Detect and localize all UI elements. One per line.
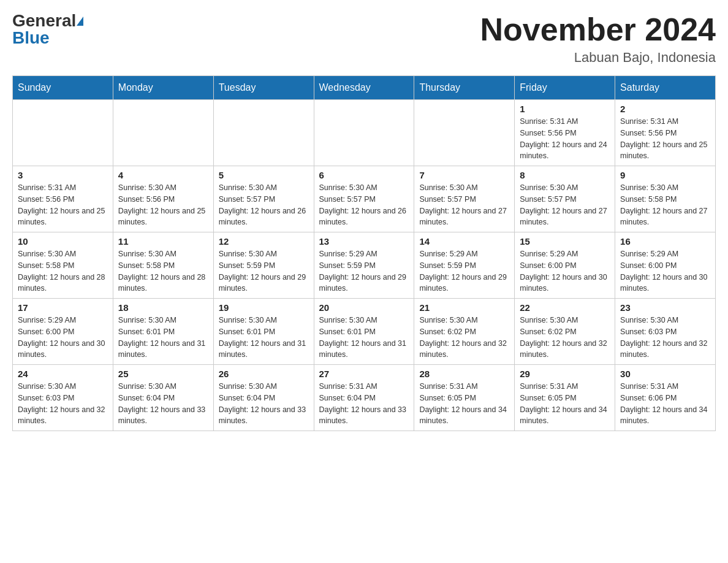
table-row: 13Sunrise: 5:29 AMSunset: 5:59 PMDayligh… bbox=[314, 232, 414, 299]
day-number: 6 bbox=[319, 170, 409, 180]
page-header: General Blue November 2024 Labuan Bajo, … bbox=[12, 12, 716, 66]
day-info: Sunrise: 5:30 AMSunset: 6:03 PMDaylight:… bbox=[18, 381, 108, 427]
day-info: Sunrise: 5:31 AMSunset: 5:56 PMDaylight:… bbox=[520, 116, 610, 162]
calendar-week-row: 10Sunrise: 5:30 AMSunset: 5:58 PMDayligh… bbox=[13, 232, 716, 299]
table-row: 4Sunrise: 5:30 AMSunset: 5:56 PMDaylight… bbox=[113, 166, 213, 232]
day-number: 25 bbox=[118, 369, 208, 379]
col-wednesday: Wednesday bbox=[314, 76, 414, 100]
day-info: Sunrise: 5:29 AMSunset: 6:00 PMDaylight:… bbox=[18, 315, 108, 361]
day-number: 17 bbox=[18, 302, 108, 313]
day-number: 4 bbox=[118, 170, 208, 180]
day-number: 23 bbox=[620, 302, 710, 313]
day-number: 18 bbox=[118, 302, 208, 313]
table-row: 3Sunrise: 5:31 AMSunset: 5:56 PMDaylight… bbox=[13, 166, 113, 232]
table-row: 9Sunrise: 5:30 AMSunset: 5:58 PMDaylight… bbox=[615, 166, 716, 232]
logo: General Blue bbox=[12, 12, 83, 47]
day-number: 14 bbox=[419, 236, 509, 247]
table-row bbox=[13, 100, 113, 166]
table-row: 19Sunrise: 5:30 AMSunset: 6:01 PMDayligh… bbox=[213, 299, 314, 365]
day-info: Sunrise: 5:30 AMSunset: 6:01 PMDaylight:… bbox=[118, 315, 208, 361]
day-info: Sunrise: 5:29 AMSunset: 5:59 PMDaylight:… bbox=[419, 248, 509, 294]
table-row: 7Sunrise: 5:30 AMSunset: 5:57 PMDaylight… bbox=[414, 166, 515, 232]
table-row: 8Sunrise: 5:30 AMSunset: 5:57 PMDaylight… bbox=[515, 166, 615, 232]
table-row: 27Sunrise: 5:31 AMSunset: 6:04 PMDayligh… bbox=[314, 365, 414, 431]
title-block: November 2024 Labuan Bajo, Indonesia bbox=[480, 12, 716, 66]
calendar-week-row: 17Sunrise: 5:29 AMSunset: 6:00 PMDayligh… bbox=[13, 299, 716, 365]
table-row: 21Sunrise: 5:30 AMSunset: 6:02 PMDayligh… bbox=[414, 299, 515, 365]
table-row: 18Sunrise: 5:30 AMSunset: 6:01 PMDayligh… bbox=[113, 299, 213, 365]
day-info: Sunrise: 5:31 AMSunset: 5:56 PMDaylight:… bbox=[18, 182, 108, 228]
day-number: 27 bbox=[319, 369, 409, 379]
table-row: 25Sunrise: 5:30 AMSunset: 6:04 PMDayligh… bbox=[113, 365, 213, 431]
table-row bbox=[414, 100, 515, 166]
month-title: November 2024 bbox=[480, 12, 716, 47]
day-info: Sunrise: 5:29 AMSunset: 6:00 PMDaylight:… bbox=[520, 248, 610, 294]
table-row: 23Sunrise: 5:30 AMSunset: 6:03 PMDayligh… bbox=[615, 299, 716, 365]
day-info: Sunrise: 5:30 AMSunset: 6:02 PMDaylight:… bbox=[419, 315, 509, 361]
col-saturday: Saturday bbox=[615, 76, 716, 100]
day-number: 29 bbox=[520, 369, 610, 379]
day-number: 3 bbox=[18, 170, 108, 180]
day-number: 26 bbox=[219, 369, 309, 379]
table-row: 5Sunrise: 5:30 AMSunset: 5:57 PMDaylight… bbox=[213, 166, 314, 232]
day-info: Sunrise: 5:30 AMSunset: 5:58 PMDaylight:… bbox=[118, 248, 208, 294]
table-row: 11Sunrise: 5:30 AMSunset: 5:58 PMDayligh… bbox=[113, 232, 213, 299]
table-row: 17Sunrise: 5:29 AMSunset: 6:00 PMDayligh… bbox=[13, 299, 113, 365]
logo-general-text: General bbox=[12, 12, 76, 29]
day-number: 11 bbox=[118, 236, 208, 247]
day-info: Sunrise: 5:31 AMSunset: 5:56 PMDaylight:… bbox=[620, 116, 710, 162]
day-info: Sunrise: 5:30 AMSunset: 5:57 PMDaylight:… bbox=[419, 182, 509, 228]
day-info: Sunrise: 5:29 AMSunset: 6:00 PMDaylight:… bbox=[620, 248, 710, 294]
col-sunday: Sunday bbox=[13, 76, 113, 100]
day-info: Sunrise: 5:30 AMSunset: 6:03 PMDaylight:… bbox=[620, 315, 710, 361]
day-number: 21 bbox=[419, 302, 509, 313]
day-info: Sunrise: 5:30 AMSunset: 6:01 PMDaylight:… bbox=[319, 315, 409, 361]
table-row: 1Sunrise: 5:31 AMSunset: 5:56 PMDaylight… bbox=[515, 100, 615, 166]
day-number: 28 bbox=[419, 369, 509, 379]
day-number: 30 bbox=[620, 369, 710, 379]
calendar-week-row: 24Sunrise: 5:30 AMSunset: 6:03 PMDayligh… bbox=[13, 365, 716, 431]
day-number: 2 bbox=[620, 104, 710, 114]
logo-triangle-icon bbox=[77, 17, 83, 26]
col-monday: Monday bbox=[113, 76, 213, 100]
table-row: 10Sunrise: 5:30 AMSunset: 5:58 PMDayligh… bbox=[13, 232, 113, 299]
day-number: 5 bbox=[219, 170, 309, 180]
table-row: 14Sunrise: 5:29 AMSunset: 5:59 PMDayligh… bbox=[414, 232, 515, 299]
calendar-week-row: 3Sunrise: 5:31 AMSunset: 5:56 PMDaylight… bbox=[13, 166, 716, 232]
table-row: 2Sunrise: 5:31 AMSunset: 5:56 PMDaylight… bbox=[615, 100, 716, 166]
table-row: 6Sunrise: 5:30 AMSunset: 5:57 PMDaylight… bbox=[314, 166, 414, 232]
table-row: 20Sunrise: 5:30 AMSunset: 6:01 PMDayligh… bbox=[314, 299, 414, 365]
day-info: Sunrise: 5:30 AMSunset: 5:58 PMDaylight:… bbox=[620, 182, 710, 228]
day-number: 20 bbox=[319, 302, 409, 313]
table-row: 22Sunrise: 5:30 AMSunset: 6:02 PMDayligh… bbox=[515, 299, 615, 365]
day-number: 1 bbox=[520, 104, 610, 114]
day-info: Sunrise: 5:30 AMSunset: 6:04 PMDaylight:… bbox=[219, 381, 309, 427]
day-info: Sunrise: 5:31 AMSunset: 6:06 PMDaylight:… bbox=[620, 381, 710, 427]
calendar-header-row: Sunday Monday Tuesday Wednesday Thursday… bbox=[13, 76, 716, 100]
day-number: 16 bbox=[620, 236, 710, 247]
day-number: 10 bbox=[18, 236, 108, 247]
table-row: 12Sunrise: 5:30 AMSunset: 5:59 PMDayligh… bbox=[213, 232, 314, 299]
day-number: 9 bbox=[620, 170, 710, 180]
day-info: Sunrise: 5:31 AMSunset: 6:05 PMDaylight:… bbox=[419, 381, 509, 427]
col-friday: Friday bbox=[515, 76, 615, 100]
day-info: Sunrise: 5:30 AMSunset: 5:58 PMDaylight:… bbox=[18, 248, 108, 294]
table-row: 16Sunrise: 5:29 AMSunset: 6:00 PMDayligh… bbox=[615, 232, 716, 299]
day-info: Sunrise: 5:30 AMSunset: 5:57 PMDaylight:… bbox=[520, 182, 610, 228]
day-info: Sunrise: 5:30 AMSunset: 6:04 PMDaylight:… bbox=[118, 381, 208, 427]
table-row: 26Sunrise: 5:30 AMSunset: 6:04 PMDayligh… bbox=[213, 365, 314, 431]
table-row bbox=[113, 100, 213, 166]
calendar-week-row: 1Sunrise: 5:31 AMSunset: 5:56 PMDaylight… bbox=[13, 100, 716, 166]
day-info: Sunrise: 5:30 AMSunset: 6:01 PMDaylight:… bbox=[219, 315, 309, 361]
col-tuesday: Tuesday bbox=[213, 76, 314, 100]
location-subtitle: Labuan Bajo, Indonesia bbox=[480, 50, 716, 66]
day-number: 15 bbox=[520, 236, 610, 247]
table-row bbox=[213, 100, 314, 166]
day-info: Sunrise: 5:30 AMSunset: 5:57 PMDaylight:… bbox=[319, 182, 409, 228]
day-info: Sunrise: 5:30 AMSunset: 5:56 PMDaylight:… bbox=[118, 182, 208, 228]
day-number: 24 bbox=[18, 369, 108, 379]
table-row bbox=[314, 100, 414, 166]
day-number: 22 bbox=[520, 302, 610, 313]
col-thursday: Thursday bbox=[414, 76, 515, 100]
day-number: 13 bbox=[319, 236, 409, 247]
